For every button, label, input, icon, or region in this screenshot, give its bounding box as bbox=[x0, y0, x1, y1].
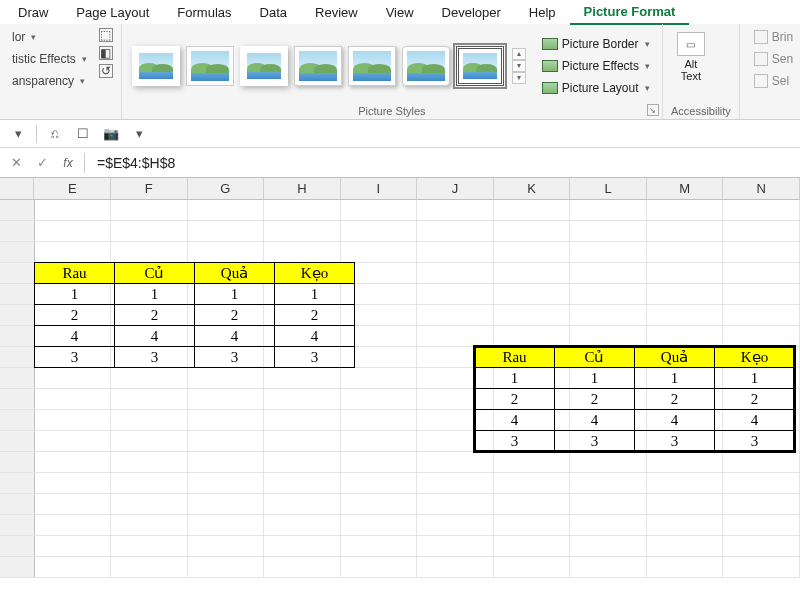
table-header: Rau bbox=[35, 263, 115, 284]
formula-cancel-button[interactable]: ✕ bbox=[6, 155, 26, 170]
chevron-down-icon: ▾ bbox=[31, 32, 36, 42]
tab-page-layout[interactable]: Page Layout bbox=[62, 1, 163, 24]
tab-data[interactable]: Data bbox=[246, 1, 301, 24]
table-cell: 1 bbox=[275, 284, 355, 305]
table-cell: 1 bbox=[635, 368, 715, 389]
chevron-down-icon: ▾ bbox=[80, 76, 85, 86]
table-cell: 3 bbox=[115, 347, 195, 368]
col-header[interactable]: M bbox=[647, 178, 724, 199]
style-thumb-2[interactable] bbox=[186, 46, 234, 86]
col-header[interactable]: E bbox=[34, 178, 111, 199]
sen-label: Sen bbox=[772, 52, 793, 66]
picture-styles-group-label: Picture Styles bbox=[130, 103, 654, 117]
formula-enter-button[interactable]: ✓ bbox=[32, 155, 52, 170]
tab-help[interactable]: Help bbox=[515, 1, 570, 24]
fx-label[interactable]: fx bbox=[58, 156, 78, 170]
style-thumb-1[interactable] bbox=[132, 46, 180, 86]
picture-layout-button[interactable]: Picture Layout▾ bbox=[538, 79, 654, 97]
selection-pane-button[interactable]: Sel bbox=[752, 72, 795, 90]
col-header[interactable]: J bbox=[417, 178, 494, 199]
gallery-up-button[interactable]: ▴ bbox=[512, 48, 526, 60]
table-cell: 2 bbox=[555, 389, 635, 410]
tab-review[interactable]: Review bbox=[301, 1, 372, 24]
tab-draw[interactable]: Draw bbox=[4, 1, 62, 24]
alt-text-icon: ▭ bbox=[677, 32, 705, 56]
table-cell: 3 bbox=[195, 347, 275, 368]
col-header[interactable]: H bbox=[264, 178, 341, 199]
data-table-source[interactable]: Rau Củ Quả Kẹo 1111 2222 4444 3333 bbox=[34, 262, 355, 368]
table-cell: 2 bbox=[195, 305, 275, 326]
artistic-effects-button[interactable]: tistic Effects▾ bbox=[8, 50, 91, 68]
table-header: Củ bbox=[115, 263, 195, 284]
table-cell: 3 bbox=[555, 431, 635, 452]
table-header: Quả bbox=[195, 263, 275, 284]
qat-customize-chevron-icon[interactable]: ▾ bbox=[129, 124, 149, 144]
bring-forward-button[interactable]: Brin bbox=[752, 28, 795, 46]
style-thumb-3[interactable] bbox=[240, 46, 288, 86]
style-thumb-5[interactable] bbox=[348, 46, 396, 86]
chevron-down-icon: ▾ bbox=[645, 83, 650, 93]
picture-styles-gallery: ▴ ▾ ▾ bbox=[130, 42, 528, 90]
col-header[interactable]: K bbox=[494, 178, 571, 199]
picture-border-button[interactable]: Picture Border▾ bbox=[538, 35, 654, 53]
ribbon-group-adjust: lor▾ tistic Effects▾ ansparency▾ ⬚ ◧ ↺ bbox=[0, 24, 122, 119]
col-header[interactable]: L bbox=[570, 178, 647, 199]
tab-view[interactable]: View bbox=[372, 1, 428, 24]
send-backward-button[interactable]: Sen bbox=[752, 50, 795, 68]
compress-pictures-icon[interactable]: ⬚ bbox=[99, 28, 113, 42]
camera-icon[interactable]: 📷 bbox=[101, 124, 121, 144]
tab-picture-format[interactable]: Picture Format bbox=[570, 0, 690, 25]
col-header[interactable]: G bbox=[188, 178, 265, 199]
change-picture-icon[interactable]: ◧ bbox=[99, 46, 113, 60]
col-header[interactable]: I bbox=[341, 178, 418, 199]
table-cell: 1 bbox=[35, 284, 115, 305]
style-thumb-6[interactable] bbox=[402, 46, 450, 86]
table-cell: 2 bbox=[275, 305, 355, 326]
data-table-picture[interactable]: Rau Củ Quả Kẹo 1111 2222 4444 3333 bbox=[474, 346, 795, 452]
adjust-transparency-label: ansparency bbox=[12, 74, 74, 88]
color-button[interactable]: lor▾ bbox=[8, 28, 91, 46]
send-backward-icon bbox=[754, 52, 768, 66]
table-header: Kẹo bbox=[715, 347, 795, 368]
chevron-down-icon: ▾ bbox=[82, 54, 87, 64]
tab-formulas[interactable]: Formulas bbox=[163, 1, 245, 24]
reset-picture-icon[interactable]: ↺ bbox=[99, 64, 113, 78]
table-cell: 3 bbox=[35, 347, 115, 368]
table-header: Rau bbox=[475, 347, 555, 368]
alt-text-button[interactable]: ▭ Alt Text bbox=[671, 28, 711, 86]
grid-body[interactable]: Rau Củ Quả Kẹo 1111 2222 4444 3333 Rau C… bbox=[0, 200, 800, 600]
table-cell: 1 bbox=[475, 368, 555, 389]
ribbon-group-arrange: Brin Sen Sel bbox=[740, 24, 800, 119]
style-thumb-4[interactable] bbox=[294, 46, 342, 86]
table-cell: 2 bbox=[115, 305, 195, 326]
dialog-launcher-picture-styles[interactable]: ↘ bbox=[647, 104, 659, 116]
style-thumb-7-selected[interactable] bbox=[456, 46, 504, 86]
quick-access-toolbar: ▾ ⎌ ☐ 📷 ▾ bbox=[0, 120, 800, 148]
picture-border-label: Picture Border bbox=[562, 37, 639, 51]
undo-chev-icon[interactable]: ▾ bbox=[8, 124, 28, 144]
picture-effects-icon bbox=[542, 60, 558, 72]
table-cell: 2 bbox=[475, 389, 555, 410]
qat-icon-2[interactable]: ☐ bbox=[73, 124, 93, 144]
picture-layout-icon bbox=[542, 82, 558, 94]
picture-layout-label: Picture Layout bbox=[562, 81, 639, 95]
col-header[interactable]: N bbox=[723, 178, 800, 199]
picture-border-icon bbox=[542, 38, 558, 50]
table-cell: 4 bbox=[715, 410, 795, 431]
formula-input[interactable] bbox=[91, 153, 794, 173]
qat-icon-1[interactable]: ⎌ bbox=[45, 124, 65, 144]
ribbon-tabs: Draw Page Layout Formulas Data Review Vi… bbox=[0, 0, 800, 24]
tab-developer[interactable]: Developer bbox=[428, 1, 515, 24]
col-header[interactable]: F bbox=[111, 178, 188, 199]
table-cell: 3 bbox=[475, 431, 555, 452]
adjust-artistic-label: tistic Effects bbox=[12, 52, 76, 66]
table-cell: 2 bbox=[715, 389, 795, 410]
ribbon: lor▾ tistic Effects▾ ansparency▾ ⬚ ◧ ↺ bbox=[0, 24, 800, 120]
gallery-down-button[interactable]: ▾ bbox=[512, 60, 526, 72]
picture-effects-button[interactable]: Picture Effects▾ bbox=[538, 57, 654, 75]
transparency-button[interactable]: ansparency▾ bbox=[8, 72, 91, 90]
gallery-more-button[interactable]: ▾ bbox=[512, 72, 526, 84]
select-all-corner[interactable] bbox=[0, 178, 34, 199]
table-cell: 4 bbox=[555, 410, 635, 431]
sel-label: Sel bbox=[772, 74, 789, 88]
